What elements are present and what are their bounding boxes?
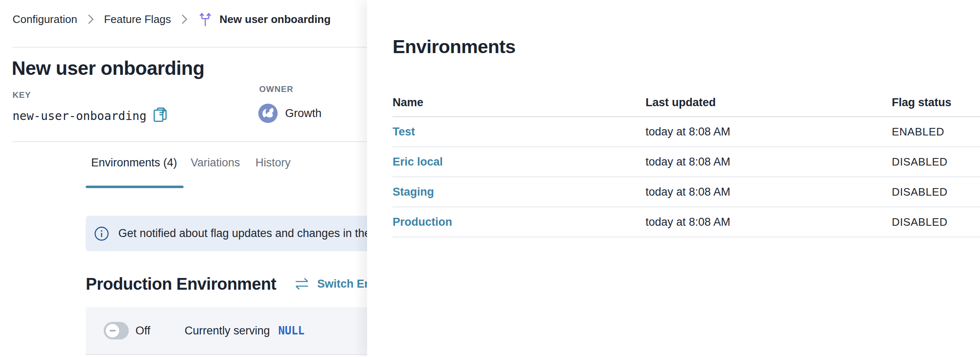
switch-environment-label: Switch En bbox=[317, 278, 367, 291]
table-row: Staging today at 8:08 AM DISABLED bbox=[393, 177, 980, 207]
currently-serving-label: Currently serving bbox=[185, 324, 270, 337]
environments-panel: Environments Name Last updated Flag stat… bbox=[367, 0, 980, 357]
flag-status-value: DISABLED bbox=[892, 216, 980, 229]
last-updated-value: today at 8:08 AM bbox=[646, 216, 892, 229]
active-tab-underline bbox=[86, 186, 184, 188]
swap-arrows-icon bbox=[293, 277, 311, 291]
column-header-flag-status: Flag status bbox=[892, 96, 980, 109]
info-circle-icon bbox=[94, 226, 109, 241]
breadcrumb-configuration[interactable]: Configuration bbox=[13, 13, 77, 26]
squirrel-avatar bbox=[258, 104, 278, 123]
header-divider bbox=[13, 47, 367, 48]
copy-key-button[interactable] bbox=[152, 106, 168, 126]
last-updated-value: today at 8:08 AM bbox=[646, 186, 892, 199]
table-row: Production today at 8:08 AM DISABLED bbox=[393, 207, 980, 237]
tab-variations[interactable]: Variations bbox=[191, 156, 240, 169]
table-row: Test today at 8:08 AM ENABLED bbox=[393, 117, 980, 147]
flag-detail-page: Configuration Feature Flags New user onb… bbox=[0, 0, 367, 357]
flag-status-value: DISABLED bbox=[892, 156, 980, 168]
flag-title: New user onboarding bbox=[12, 57, 204, 79]
flag-status-value: DISABLED bbox=[892, 186, 980, 199]
column-header-last-updated: Last updated bbox=[646, 96, 892, 109]
environment-link-eric-local[interactable]: Eric local bbox=[393, 156, 646, 168]
switch-environment-link[interactable]: Switch En bbox=[293, 277, 367, 291]
flag-tabs: Environments (4) Variations History bbox=[0, 156, 367, 174]
flag-status-value: ENABLED bbox=[892, 125, 980, 138]
breadcrumb-current: New user onboarding bbox=[219, 13, 331, 26]
banner-text: Get notified about flag updates and chan… bbox=[118, 227, 367, 240]
last-updated-value: today at 8:08 AM bbox=[646, 156, 892, 168]
environments-table: Name Last updated Flag status Test today… bbox=[393, 89, 980, 237]
environments-panel-title: Environments bbox=[393, 36, 516, 58]
minus-icon bbox=[110, 330, 116, 332]
serving-card: Off Currently serving NULL bbox=[86, 307, 367, 355]
owner-label: OWNER bbox=[259, 84, 293, 94]
owner-name: Growth bbox=[285, 107, 322, 120]
notification-banner: Get notified about flag updates and chan… bbox=[86, 216, 367, 251]
owner-row: Growth bbox=[258, 104, 322, 123]
environment-section-header: Production Environment Switch En bbox=[86, 272, 367, 296]
column-header-name: Name bbox=[393, 96, 646, 109]
toggle-knob bbox=[106, 324, 119, 337]
environment-link-production[interactable]: Production bbox=[393, 216, 646, 229]
breadcrumb: Configuration Feature Flags New user onb… bbox=[13, 12, 331, 27]
serving-value-link[interactable]: NULL bbox=[278, 324, 305, 337]
chevron-right-icon bbox=[180, 14, 189, 25]
section-divider bbox=[13, 141, 367, 142]
environment-section-title: Production Environment bbox=[86, 275, 276, 293]
breadcrumb-feature-flags[interactable]: Feature Flags bbox=[104, 13, 171, 26]
last-updated-value: today at 8:08 AM bbox=[646, 125, 892, 138]
key-label: KEY bbox=[13, 90, 31, 100]
copy-icon bbox=[152, 106, 168, 126]
environment-link-test[interactable]: Test bbox=[393, 125, 646, 138]
chevron-right-icon bbox=[87, 14, 95, 25]
toggle-state-label: Off bbox=[135, 324, 151, 337]
tab-environments[interactable]: Environments (4) bbox=[91, 156, 177, 169]
table-row: Eric local today at 8:08 AM DISABLED bbox=[393, 147, 980, 177]
tab-history[interactable]: History bbox=[255, 156, 291, 169]
flag-key-row: new-user-onboarding bbox=[13, 106, 168, 125]
fork-split-icon bbox=[198, 11, 213, 28]
table-header-row: Name Last updated Flag status bbox=[393, 89, 980, 117]
environment-link-staging[interactable]: Staging bbox=[393, 186, 646, 199]
flag-toggle[interactable] bbox=[104, 322, 129, 339]
flag-key-value: new-user-onboarding bbox=[13, 109, 146, 123]
